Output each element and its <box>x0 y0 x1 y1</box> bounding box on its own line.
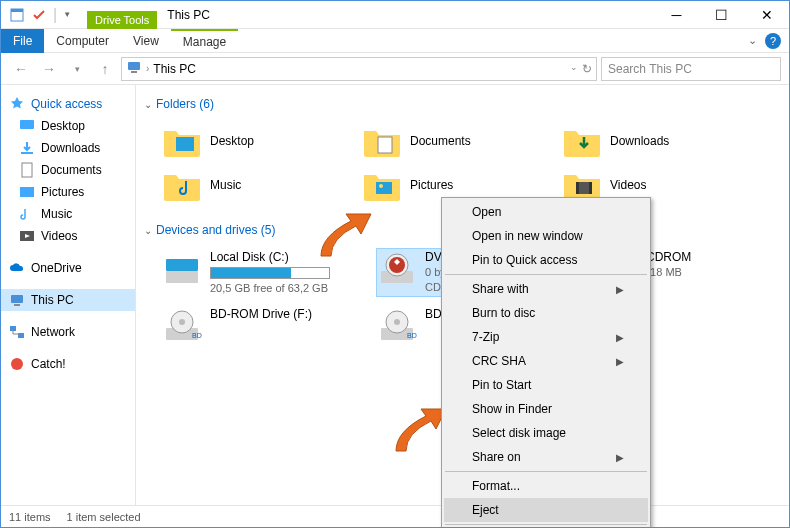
svg-rect-21 <box>166 271 198 283</box>
ctx-format[interactable]: Format... <box>444 474 648 498</box>
svg-point-17 <box>379 184 383 188</box>
download-icon <box>19 140 35 156</box>
folder-icon <box>162 123 202 159</box>
folder-documents[interactable]: Documents <box>362 123 542 159</box>
svg-rect-2 <box>128 62 140 70</box>
search-input[interactable]: Search This PC <box>601 57 781 81</box>
drive-f[interactable]: BD BD-ROM Drive (F:) <box>162 306 357 346</box>
ribbon-collapse-icon[interactable]: ⌄ <box>748 34 757 47</box>
sidebar-onedrive[interactable]: OneDrive <box>1 257 135 279</box>
up-button[interactable]: ↑ <box>93 57 117 81</box>
sidebar-music[interactable]: Music <box>1 203 135 225</box>
navigation-pane: Quick access Desktop Downloads Documents… <box>1 85 136 505</box>
ctx-crc-sha[interactable]: CRC SHA▶ <box>444 349 648 373</box>
tab-view[interactable]: View <box>121 29 171 53</box>
ctx-share-with[interactable]: Share with▶ <box>444 277 648 301</box>
ctx-pin-quick-access[interactable]: Pin to Quick access <box>444 248 648 272</box>
dvd-icon <box>377 249 417 289</box>
status-bar: 11 items 1 item selected <box>1 505 789 527</box>
sidebar-this-pc[interactable]: This PC <box>1 289 135 311</box>
svg-rect-6 <box>22 163 32 177</box>
svg-rect-9 <box>11 295 23 303</box>
forward-button[interactable]: → <box>37 57 61 81</box>
svg-rect-19 <box>576 182 579 194</box>
sidebar-network[interactable]: Network <box>1 321 135 343</box>
catch-icon <box>9 356 25 372</box>
folder-music[interactable]: Music <box>162 167 342 203</box>
quick-access-toolbar: | ▼ <box>1 6 79 24</box>
status-item-count: 11 items <box>9 511 51 523</box>
svg-rect-4 <box>20 120 34 129</box>
ctx-separator <box>445 274 647 275</box>
folder-desktop[interactable]: Desktop <box>162 123 342 159</box>
chevron-right-icon: ▶ <box>616 356 624 367</box>
chevron-right-icon: ▶ <box>616 284 624 295</box>
svg-text:BD: BD <box>192 332 202 339</box>
ctx-show-finder[interactable]: Show in Finder <box>444 397 648 421</box>
svg-rect-5 <box>21 152 33 154</box>
hdd-icon <box>162 249 202 289</box>
chevron-right-icon: ▶ <box>616 332 624 343</box>
sidebar-quick-access[interactable]: Quick access <box>1 93 135 115</box>
annotation-arrow-icon <box>311 206 381 266</box>
svg-text:BD: BD <box>407 332 417 339</box>
recent-dropdown[interactable]: ▾ <box>65 57 89 81</box>
addr-dropdown-icon[interactable]: ⌄ <box>570 62 578 76</box>
svg-rect-10 <box>14 304 20 306</box>
svg-point-13 <box>11 358 23 370</box>
check-icon[interactable] <box>31 7 47 23</box>
properties-icon[interactable] <box>9 7 25 23</box>
svg-rect-20 <box>589 182 592 194</box>
chevron-right-icon: ▶ <box>616 452 624 463</box>
close-button[interactable]: ✕ <box>744 1 789 29</box>
ctx-select-disk-image[interactable]: Select disk image <box>444 421 648 445</box>
sidebar-catch[interactable]: Catch! <box>1 353 135 375</box>
maximize-button[interactable]: ☐ <box>699 1 744 29</box>
ctx-open-new-window[interactable]: Open in new window <box>444 224 648 248</box>
window-title: This PC <box>157 8 220 22</box>
tab-computer[interactable]: Computer <box>44 29 121 53</box>
ctx-share-on[interactable]: Share on▶ <box>444 445 648 469</box>
sidebar-pictures[interactable]: Pictures <box>1 181 135 203</box>
ctx-open[interactable]: Open <box>444 200 648 224</box>
svg-rect-3 <box>131 71 137 73</box>
svg-point-32 <box>394 319 400 325</box>
sidebar-videos[interactable]: Videos <box>1 225 135 247</box>
bdrom-icon: BD <box>162 306 202 346</box>
svg-point-28 <box>179 319 185 325</box>
folder-icon <box>362 123 402 159</box>
folder-downloads[interactable]: Downloads <box>562 123 742 159</box>
tab-manage[interactable]: Manage <box>171 29 238 53</box>
group-folders[interactable]: Folders (6) <box>144 93 789 115</box>
sidebar-downloads[interactable]: Downloads <box>1 137 135 159</box>
ctx-eject[interactable]: Eject <box>444 498 648 522</box>
back-button[interactable]: ← <box>9 57 33 81</box>
address-box[interactable]: › This PC ⌄ ↻ <box>121 57 597 81</box>
breadcrumb-root[interactable]: This PC <box>153 62 196 76</box>
refresh-icon[interactable]: ↻ <box>582 62 592 76</box>
folder-icon <box>362 167 402 203</box>
sidebar-documents[interactable]: Documents <box>1 159 135 181</box>
pc-icon <box>126 59 142 78</box>
desktop-icon <box>19 118 35 134</box>
video-icon <box>19 228 35 244</box>
title-bar: | ▼ Drive Tools This PC ─ ☐ ✕ <box>1 1 789 29</box>
ctx-7zip[interactable]: 7-Zip▶ <box>444 325 648 349</box>
folder-icon <box>162 167 202 203</box>
help-icon[interactable]: ? <box>765 33 781 49</box>
tab-file[interactable]: File <box>1 29 44 53</box>
pc-icon <box>9 292 25 308</box>
svg-rect-14 <box>176 137 194 151</box>
bdrom-icon: BD <box>377 306 417 346</box>
document-icon <box>19 162 35 178</box>
folder-icon <box>562 123 602 159</box>
sidebar-desktop[interactable]: Desktop <box>1 115 135 137</box>
ctx-burn-to-disc[interactable]: Burn to disc <box>444 301 648 325</box>
address-bar: ← → ▾ ↑ › This PC ⌄ ↻ Search This PC <box>1 53 789 85</box>
ctx-pin-start[interactable]: Pin to Start <box>444 373 648 397</box>
minimize-button[interactable]: ─ <box>654 1 699 29</box>
svg-rect-1 <box>11 9 23 12</box>
qat-dropdown-icon[interactable]: ▼ <box>63 10 71 19</box>
ctx-separator <box>445 471 647 472</box>
svg-rect-16 <box>376 182 392 194</box>
